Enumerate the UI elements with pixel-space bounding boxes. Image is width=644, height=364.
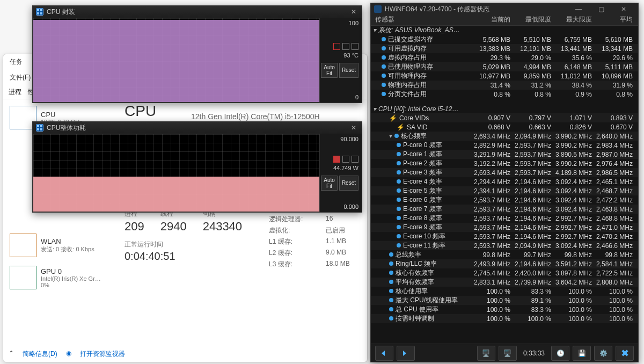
sensor-row[interactable]: P-core 3 频率2,693.4 MHz2,593.7 MHz4,189.8… bbox=[371, 168, 638, 177]
expand-icon[interactable]: ▾ bbox=[373, 26, 378, 34]
expand-icon[interactable]: ▾ bbox=[389, 132, 394, 140]
autofit-button[interactable]: Auto Fit bbox=[321, 63, 338, 78]
sensor-dot-icon bbox=[397, 170, 401, 174]
sensor-value: 2,693.4 MHz bbox=[473, 169, 514, 177]
sensor-row[interactable]: 分页文件占用0.8 %0.8 %0.9 %0.8 % bbox=[371, 90, 638, 99]
maximize-icon[interactable]: ▢ bbox=[590, 5, 612, 13]
sensor-value: 0.907 V bbox=[473, 114, 514, 122]
sensor-row[interactable]: 可用虚拟内存13,383 MB12,191 MB13,441 MB13,341 … bbox=[371, 44, 638, 53]
sensor-value: 5,568 MB bbox=[473, 36, 514, 43]
sensor-row[interactable]: ▾系统: ASUS VivoBook_AS… bbox=[371, 26, 638, 35]
sensor-row[interactable]: 虚拟内存占用29.3 %29.0 %35.6 %29.6 % bbox=[371, 53, 638, 62]
sensor-dot-icon bbox=[389, 289, 393, 293]
sensor-value: 3,092.4 MHz bbox=[554, 196, 595, 204]
sensor-row[interactable]: Ring/LLC 频率2,493.9 MHz2,194.6 MHz3,591.2… bbox=[371, 259, 638, 268]
cpu-power-graph-window[interactable]: CPU整体功耗 ✕ 90.000 44.749 W Auto FitReset … bbox=[32, 121, 362, 213]
hwinfo-window[interactable]: HWiNFO64 v7.20-4700 - 传感器状态 — ▢ ✕ 传感器 当前… bbox=[370, 3, 639, 362]
sensor-row[interactable]: E-core 4 频率2,294.4 MHz2,194.6 MHz3,092.4… bbox=[371, 177, 638, 186]
sensor-row[interactable]: P-core 2 频率3,192.2 MHz2,593.7 MHz3,990.2… bbox=[371, 159, 638, 168]
sensor-row[interactable]: 可用物理内存10,977 MB9,859 MB11,012 MB10,896 M… bbox=[371, 71, 638, 81]
settings-icon[interactable]: ⚙️ bbox=[594, 346, 612, 361]
open-resource-monitor-link[interactable]: 打开资源监视器 bbox=[80, 350, 125, 359]
close-icon[interactable]: ✕ bbox=[612, 5, 635, 13]
sensor-row[interactable]: 已使用物理内存5,029 MB4,994 MB6,148 MB5,111 MB bbox=[371, 62, 638, 71]
hdr-current[interactable]: 当前的 bbox=[473, 15, 514, 25]
cpu-temp-graph-window[interactable]: CPU 封装 ✕ 100 93 °C Auto FitReset 0 bbox=[32, 5, 362, 103]
sensor-name: E-core 4 频率 bbox=[403, 178, 442, 185]
sensor-row[interactable]: P-core 1 频率3,291.9 MHz2,593.7 MHz3,890.5… bbox=[371, 150, 638, 159]
sensor-row[interactable]: P-core 0 频率2,892.9 MHz2,593.7 MHz3,990.2… bbox=[371, 141, 638, 150]
sensor-row[interactable]: 平均有效频率2,833.1 MHz2,739.9 MHz3,604.2 MHz2… bbox=[371, 278, 638, 287]
sensor-row[interactable]: 最大 CPU/线程使用率100.0 %89.1 %100.0 %100.0 % bbox=[371, 296, 638, 305]
sensor-row[interactable]: 按需时钟调制100.0 %100.0 %100.0 %100.0 % bbox=[371, 314, 638, 323]
close-icon[interactable]: ✕ bbox=[349, 8, 358, 16]
sensor-value: 3,092.4 MHz bbox=[554, 178, 595, 186]
next-icon[interactable] bbox=[397, 346, 415, 361]
chevron-up-icon[interactable]: ⌃ bbox=[9, 350, 14, 359]
sensor-value: 2,593.7 MHz bbox=[473, 233, 514, 241]
hdr-min[interactable]: 最低限度 bbox=[514, 15, 554, 25]
prev-icon[interactable] bbox=[375, 346, 393, 361]
save-icon[interactable]: 💾 bbox=[573, 346, 591, 361]
sensor-value: 3,092.4 MHz bbox=[554, 242, 595, 250]
sensor-row[interactable]: ▾核心频率2,693.4 MHz2,094.9 MHz3,990.2 MHz2,… bbox=[371, 132, 638, 141]
sensor-row[interactable]: ⚡SA VID0.668 V0.663 V0.826 V0.670 V bbox=[371, 122, 638, 132]
sensor-dot-icon bbox=[397, 152, 401, 156]
sensor-dot-icon bbox=[397, 188, 401, 193]
sensor-value: 2,194.6 MHz bbox=[514, 215, 554, 222]
hdr-sensor[interactable]: 传感器 bbox=[371, 15, 473, 25]
cpu-mini-title: CPU bbox=[41, 111, 83, 119]
sensor-name: E-core 6 频率 bbox=[403, 196, 442, 203]
reset-button[interactable]: Reset bbox=[339, 176, 358, 191]
voltage-icon: ⚡ bbox=[397, 123, 405, 131]
sensor-row[interactable]: E-core 8 频率2,593.7 MHz2,194.6 MHz2,992.7… bbox=[371, 214, 638, 223]
monitor1-icon[interactable]: 🖥️ bbox=[477, 346, 495, 361]
sensor-value: 2,593.7 MHz bbox=[514, 160, 554, 168]
sensor-value: 31.4 % bbox=[473, 82, 514, 89]
monitor2-icon[interactable]: 🖥️ bbox=[499, 346, 517, 361]
sensor-dot-icon bbox=[382, 37, 386, 41]
color-swatches[interactable] bbox=[333, 156, 358, 163]
sensor-name: Core VIDs bbox=[399, 114, 429, 122]
sensor-row[interactable]: E-core 6 频率2,593.7 MHz2,194.6 MHz3,092.4… bbox=[371, 195, 638, 205]
autofit-button[interactable]: Auto Fit bbox=[321, 176, 338, 191]
sensor-row[interactable]: 核心有效频率2,745.4 MHz2,420.0 MHz3,897.8 MHz2… bbox=[371, 268, 638, 278]
sensor-row[interactable]: 总线频率99.8 MHz99.7 MHz99.8 MHz99.8 MHz bbox=[371, 250, 638, 259]
sensor-value: 83.3 % bbox=[514, 306, 554, 314]
sensor-row[interactable]: E-core 7 频率2,593.7 MHz2,194.6 MHz3,092.4… bbox=[371, 205, 638, 214]
clock-icon[interactable]: 🕒 bbox=[551, 346, 569, 361]
tab-processes[interactable]: 进程 bbox=[9, 88, 21, 97]
sensor-rows[interactable]: ▾系统: ASUS VivoBook_AS…已提交虚拟内存5,568 MB5,5… bbox=[371, 26, 638, 344]
sensor-row[interactable]: E-core 9 频率2,593.7 MHz2,194.6 MHz2,992.7… bbox=[371, 223, 638, 232]
sensor-row[interactable]: E-core 5 频率2,394.1 MHz2,194.6 MHz3,092.4… bbox=[371, 186, 638, 195]
sidebar-item-wlan[interactable]: WLAN发送: 0 接收: 0 Kbps bbox=[8, 231, 112, 259]
sensor-value: 2,745.4 MHz bbox=[473, 270, 514, 277]
uptime-label: 正常运行时间 bbox=[125, 240, 242, 249]
sensor-row[interactable]: ⚡Core VIDs0.907 V0.797 V1.071 V0.893 V bbox=[371, 113, 638, 122]
sensor-dot-icon bbox=[382, 64, 386, 69]
sensor-value: 99.8 MHz bbox=[595, 251, 636, 259]
sensor-dot-icon bbox=[382, 92, 386, 96]
sensor-value: 99.8 MHz bbox=[473, 251, 514, 259]
sensor-row[interactable]: 总 CPU 使用率100.0 %83.3 %100.0 %100.0 % bbox=[371, 305, 638, 314]
color-swatches[interactable] bbox=[333, 43, 358, 50]
sidebar-item-gpu[interactable]: GPU 0Intel(R) Iris(R) Xe Gr…0% bbox=[8, 264, 112, 292]
close-icon[interactable]: ✕ bbox=[349, 124, 358, 132]
hdr-avg[interactable]: 平均 bbox=[595, 15, 636, 25]
close-toolbar-icon[interactable]: ✖ bbox=[616, 346, 634, 361]
expand-icon[interactable]: ▾ bbox=[373, 105, 378, 113]
sensor-value: 29.0 % bbox=[514, 54, 554, 62]
sensor-row[interactable]: E-core 10 频率2,593.7 MHz2,194.6 MHz2,992.… bbox=[371, 232, 638, 241]
simple-info-link[interactable]: 简略信息(D) bbox=[23, 350, 57, 359]
graph1-min: 0 bbox=[323, 94, 358, 100]
sensor-name: 最大 CPU/线程使用率 bbox=[396, 296, 458, 304]
sensor-row[interactable]: 核心使用率100.0 %83.3 %100.0 %100.0 % bbox=[371, 287, 638, 296]
minimize-icon[interactable]: — bbox=[567, 5, 590, 13]
sensor-row[interactable]: ▾CPU [#0]: Intel Core i5-12… bbox=[371, 104, 638, 113]
sensor-row[interactable]: E-core 11 频率2,593.7 MHz2,094.9 MHz3,092.… bbox=[371, 241, 638, 250]
graph1-title: CPU 封装 bbox=[47, 8, 75, 17]
sensor-row[interactable]: 物理内存占用31.4 %31.2 %38.4 %31.9 % bbox=[371, 81, 638, 90]
sensor-row[interactable]: 已提交虚拟内存5,568 MB5,510 MB6,759 MB5,610 MB bbox=[371, 35, 638, 44]
reset-button[interactable]: Reset bbox=[339, 63, 358, 78]
hdr-max[interactable]: 最大限度 bbox=[554, 15, 595, 25]
